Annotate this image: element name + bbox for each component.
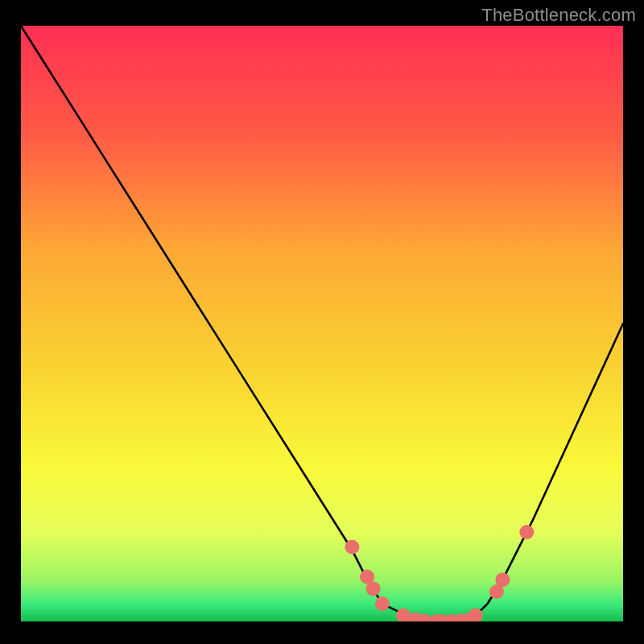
chart-container: TheBottleneck.com — [0, 0, 644, 644]
data-point — [495, 572, 510, 587]
attribution-label: TheBottleneck.com — [481, 5, 636, 26]
plot-area — [21, 26, 623, 621]
data-point — [366, 581, 381, 596]
data-point — [519, 525, 534, 539]
data-point — [375, 597, 390, 611]
chart-svg — [21, 26, 623, 621]
data-point — [345, 540, 359, 555]
